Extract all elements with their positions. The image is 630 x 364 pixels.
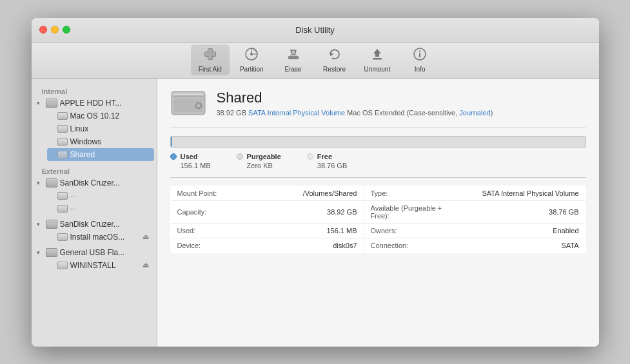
sidebar-item-sandisk2[interactable]: ▾ SanDisk Cruzer... (32, 218, 157, 231)
used-dot (170, 153, 177, 160)
eject-icon[interactable]: ⏏ (143, 233, 149, 241)
first-aid-label: First Aid (199, 66, 222, 73)
sidebar-item-wininstall[interactable]: WININSTALL ⏏ (47, 259, 154, 272)
vol-icon (57, 125, 68, 133)
internal-children: Mac OS 10.12 Linux Windows Shared (32, 110, 157, 161)
table-row: Device: disk0s7 Connection: SATA (170, 238, 586, 253)
item-label: -- (70, 204, 75, 213)
first-aid-button[interactable]: First Aid (191, 44, 230, 75)
owners-value: Enabled (454, 223, 586, 238)
used-label: Used: (170, 223, 261, 238)
erase-label: Erase (285, 66, 302, 73)
svg-point-18 (197, 104, 200, 107)
big-disk-icon (170, 89, 206, 117)
info-button[interactable]: Info (400, 44, 439, 75)
vol-icon (57, 112, 68, 120)
main-window: Disk Utility First Aid (32, 18, 599, 347)
internal-section-label: Internal (32, 84, 157, 97)
vol-icon (57, 233, 68, 241)
item-label: Install macOS... (70, 233, 125, 242)
item-label: Windows (70, 137, 102, 146)
free-label: Free (307, 153, 347, 160)
main-panel: Shared 38.92 GB SATA Internal Physical V… (157, 79, 599, 347)
sidebar-item-sd1-v1[interactable]: -- (47, 189, 154, 202)
volume-header: Shared 38.92 GB SATA Internal Physical V… (170, 89, 586, 117)
divider-1 (170, 128, 586, 128)
item-label: Linux (70, 124, 89, 133)
partition-label: Partition (240, 66, 264, 73)
sandisk2-children: Install macOS... ⏏ (32, 231, 157, 244)
item-label: WININSTALL (70, 261, 116, 270)
disk-icon (46, 220, 57, 229)
restore-label: Restore (323, 66, 346, 73)
sidebar-item-label: SanDisk Cruzer... (60, 220, 120, 229)
sidebar-item-shared[interactable]: Shared (47, 148, 154, 161)
traffic-lights (39, 26, 70, 34)
sidebar-item-sandisk1[interactable]: ▾ SanDisk Cruzer... (32, 177, 157, 189)
sandisk1-children: -- -- (32, 189, 157, 215)
item-label: Shared (70, 150, 95, 159)
sidebar-item-install-macos[interactable]: Install macOS... ⏏ (47, 231, 154, 244)
free-dot (307, 153, 313, 160)
disk-icon (46, 248, 57, 257)
free-legend: Free 38.76 GB (307, 153, 347, 169)
internal-disk-group: ▾ APPLE HDD HT... Mac OS 10.12 Linux (32, 97, 157, 161)
sidebar-item-label: General USB Fla... (60, 248, 125, 257)
chevron-down-icon: ▾ (37, 249, 43, 256)
type-label: Type: (364, 186, 454, 200)
storage-bar-container: Used 156.1 MB Purgeable Zero KB (170, 136, 586, 169)
available-value: 38.76 GB (454, 200, 586, 223)
svg-rect-15 (173, 93, 204, 95)
sidebar-item-label: SanDisk Cruzer... (60, 178, 120, 187)
item-label: -- (70, 191, 75, 200)
svg-rect-11 (419, 53, 420, 57)
volume-info: Shared 38.92 GB SATA Internal Physical V… (217, 90, 493, 117)
minimize-button[interactable] (51, 26, 59, 34)
restore-button[interactable]: Restore (315, 44, 354, 75)
maximize-button[interactable] (63, 26, 70, 34)
sidebar-item-linux[interactable]: Linux (47, 122, 154, 135)
used-value: 156.1 MB (261, 223, 364, 238)
purgeable-value: Zero KB (237, 162, 281, 169)
partition-button[interactable]: Partition (232, 44, 271, 75)
sidebar-item-sd1-v2[interactable]: -- (47, 202, 154, 215)
disk-icon (46, 178, 57, 187)
toolbar: First Aid Partition (32, 43, 599, 79)
sidebar-item-general-usb[interactable]: ▾ General USB Fla... (32, 246, 157, 259)
sandisk1-group: ▾ SanDisk Cruzer... -- -- (32, 177, 157, 215)
unmount-icon (370, 47, 384, 64)
vol-icon (57, 138, 68, 146)
sidebar-item-mac-os[interactable]: Mac OS 10.12 (47, 110, 154, 122)
eject-icon[interactable]: ⏏ (143, 261, 149, 269)
svg-rect-9 (373, 58, 382, 60)
close-button[interactable] (39, 26, 47, 34)
storage-bar (170, 136, 586, 148)
item-label: Mac OS 10.12 (70, 111, 120, 120)
device-value: disk0s7 (261, 238, 364, 253)
vol-icon (57, 262, 68, 269)
chevron-down-icon: ▾ (37, 100, 43, 106)
volume-detail: 38.92 GB SATA Internal Physical Volume M… (217, 109, 493, 117)
sidebar: Internal ▾ APPLE HDD HT... Mac OS 10.12 … (32, 79, 157, 347)
unmount-label: Unmount (364, 66, 391, 73)
svg-rect-3 (205, 52, 215, 56)
sidebar-item-apple-hdd[interactable]: ▾ APPLE HDD HT... (32, 97, 157, 110)
window-title: Disk Utility (295, 25, 335, 35)
owners-label: Owners: (364, 223, 454, 238)
mount-point-label: Mount Point: (170, 186, 261, 200)
sidebar-item-label: APPLE HDD HT... (60, 99, 122, 108)
info-icon (413, 47, 427, 64)
purgeable-legend: Purgeable Zero KB (237, 153, 281, 169)
used-legend: Used 156.1 MB (170, 153, 211, 169)
purgeable-dot (237, 153, 243, 160)
partition-icon (244, 47, 259, 64)
storage-legend: Used 156.1 MB Purgeable Zero KB (170, 153, 586, 169)
capacity-value: 38.92 GB (261, 200, 364, 223)
unmount-button[interactable]: Unmount (357, 44, 399, 75)
vol-icon (57, 205, 68, 213)
vol-icon (57, 192, 68, 200)
erase-button[interactable]: Erase (274, 44, 313, 75)
general-usb-group: ▾ General USB Fla... WININSTALL ⏏ (32, 246, 157, 272)
sidebar-item-windows[interactable]: Windows (47, 135, 154, 148)
table-row: Capacity: 38.92 GB Available (Purgeable … (170, 200, 586, 223)
